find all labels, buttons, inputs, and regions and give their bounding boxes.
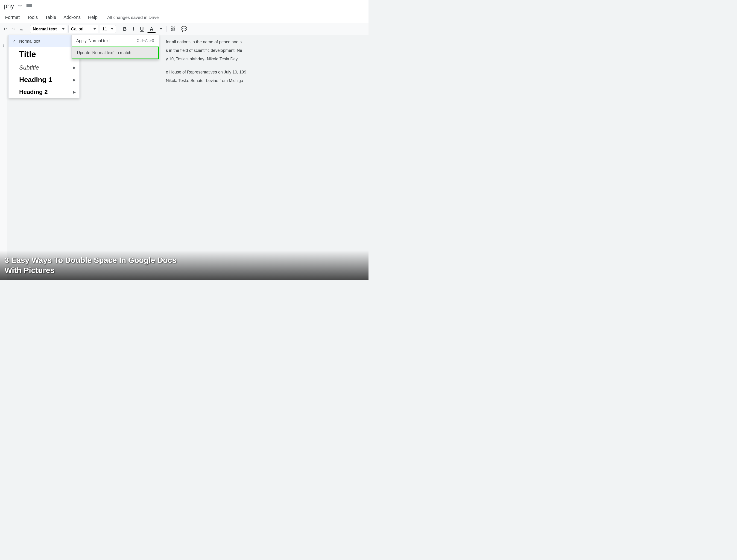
folder-icon[interactable] xyxy=(26,3,32,9)
menu-item-table[interactable]: Table xyxy=(42,13,59,21)
comment-icon: 💬 xyxy=(181,26,187,32)
style-menu-item-heading1[interactable]: Heading 1 ▶ xyxy=(9,73,79,86)
print-icon: 🖨 xyxy=(20,27,24,31)
bold-button[interactable]: B xyxy=(121,25,129,33)
text-color-button[interactable]: A xyxy=(147,25,156,33)
style-subtitle-label: Subtitle xyxy=(19,64,73,71)
link-button[interactable]: ⛓ xyxy=(169,25,178,33)
update-normal-text-button[interactable]: Update 'Normal text' to match xyxy=(72,47,159,59)
menu-item-tools[interactable]: Tools xyxy=(24,13,41,21)
style-heading1-label: Heading 1 xyxy=(19,76,73,84)
ruler-left: 1 xyxy=(0,35,7,280)
chevron-down-icon xyxy=(62,28,65,30)
submenu-arrow-icon-h2: ▶ xyxy=(73,90,76,94)
underline-button[interactable]: U xyxy=(138,25,146,33)
redo-icon: ↪ xyxy=(12,27,15,31)
style-normal-text-label: Normal text xyxy=(19,39,73,44)
style-heading2-label: Heading 2 xyxy=(19,88,73,96)
toolbar-separator-3 xyxy=(166,26,167,32)
color-dropdown-button[interactable] xyxy=(157,27,164,31)
doc-title: phy xyxy=(4,2,14,10)
apply-shortcut-label: Ctrl+Alt+0 xyxy=(137,38,154,43)
overlay-line2: With Pictures xyxy=(5,266,55,275)
bottom-overlay: 3 Easy Ways To Double Space In Google Do… xyxy=(0,250,368,280)
doc-line-4: e House of Representatives on July 10, 1… xyxy=(166,70,366,75)
undo-button[interactable]: ↩ xyxy=(2,26,9,32)
style-menu-item-normal[interactable]: ✓ Normal text ▶ xyxy=(9,35,79,47)
doc-line-1: for all nations in the name of peace and… xyxy=(166,40,366,44)
toolbar-separator-1 xyxy=(28,26,28,32)
link-icon: ⛓ xyxy=(171,26,176,32)
star-icon[interactable]: ☆ xyxy=(18,3,22,9)
text-style-label: Normal text xyxy=(33,26,57,32)
italic-button[interactable]: I xyxy=(130,25,136,33)
font-size-label: 11 xyxy=(102,26,107,32)
doc-line-5: Nikola Tesla. Senator Levine from Michig… xyxy=(166,78,366,83)
menu-bar: Format Tools Table Add-ons Help All chan… xyxy=(0,12,368,23)
menu-item-format[interactable]: Format xyxy=(2,13,23,21)
toolbar: ↩ ↪ 🖨 Normal text Calibri 11 B I U A ⛓ 💬 xyxy=(0,23,368,35)
style-title-label: Title xyxy=(19,50,73,59)
redo-button[interactable]: ↪ xyxy=(10,26,17,32)
style-dropdown-menu: ✓ Normal text ▶ Title ▶ Subtitle ▶ Headi… xyxy=(8,35,80,98)
font-label: Calibri xyxy=(71,26,83,32)
comment-button[interactable]: 💬 xyxy=(179,25,189,33)
checkmark-icon: ✓ xyxy=(12,38,19,44)
normal-text-submenu: Apply 'Normal text' Ctrl+Alt+0 Update 'N… xyxy=(71,35,159,59)
print-button[interactable]: 🖨 xyxy=(18,26,25,32)
style-menu-item-subtitle[interactable]: Subtitle ▶ xyxy=(9,62,79,73)
submenu-arrow-icon-subtitle: ▶ xyxy=(73,65,76,70)
doc-line-3: y 10, Tesla's birthday- Nikola Tesla Day… xyxy=(166,57,366,62)
style-menu-item-title[interactable]: Title ▶ xyxy=(9,47,79,62)
ruler-marker-1: 1 xyxy=(3,44,4,47)
undo-icon: ↩ xyxy=(4,27,7,31)
style-menu-item-heading2[interactable]: Heading 2 ▶ xyxy=(9,86,79,98)
autosave-status: All changes saved in Drive xyxy=(107,15,159,20)
font-dropdown[interactable]: Calibri xyxy=(68,25,98,33)
menu-item-addons[interactable]: Add-ons xyxy=(60,13,84,21)
apply-normal-text-button[interactable]: Apply 'Normal text' Ctrl+Alt+0 xyxy=(72,35,159,47)
apply-normal-text-label: Apply 'Normal text' xyxy=(76,38,111,43)
chevron-down-icon xyxy=(94,28,96,30)
title-bar: phy ☆ xyxy=(0,0,368,12)
submenu-arrow-icon-h1: ▶ xyxy=(73,78,76,82)
overlay-line1: 3 Easy Ways To Double Space In Google Do… xyxy=(5,256,176,264)
overlay-title: 3 Easy Ways To Double Space In Google Do… xyxy=(5,255,364,275)
doc-line-2: s in the field of scientific development… xyxy=(166,48,366,53)
text-style-dropdown[interactable]: Normal text xyxy=(30,25,67,33)
chevron-down-icon xyxy=(111,28,113,30)
color-chevron-icon xyxy=(160,28,162,30)
doc-right-text: for all nations in the name of peace and… xyxy=(164,37,368,89)
doc-spacer xyxy=(166,65,366,70)
menu-item-help[interactable]: Help xyxy=(85,13,101,21)
text-cursor xyxy=(240,57,240,62)
update-normal-text-label: Update 'Normal text' to match xyxy=(77,50,131,55)
font-size-dropdown[interactable]: 11 xyxy=(100,25,116,33)
